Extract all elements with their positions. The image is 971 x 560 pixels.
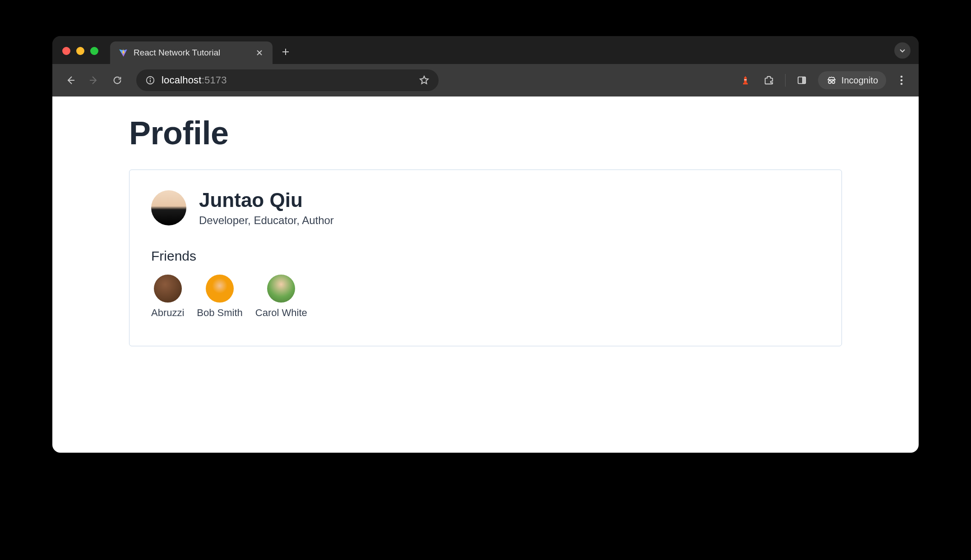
profile-avatar (151, 190, 186, 225)
profile-header: Juntao Qiu Developer, Educator, Author (151, 189, 820, 227)
vite-favicon-icon (118, 48, 128, 58)
friend-item[interactable]: Bob Smith (197, 275, 243, 319)
friend-name: Abruzzi (151, 307, 184, 319)
forward-button[interactable] (84, 70, 104, 90)
friend-item[interactable]: Carol White (255, 275, 307, 319)
incognito-indicator[interactable]: Incognito (818, 71, 886, 89)
url-host: localhost (162, 74, 202, 86)
profile-card: Juntao Qiu Developer, Educator, Author F… (129, 170, 842, 346)
site-info-icon[interactable] (145, 75, 155, 85)
window-controls (62, 47, 98, 55)
browser-toolbar: localhost:5173 Incognito (52, 64, 919, 96)
svg-point-2 (150, 78, 151, 78)
new-tab-button[interactable] (279, 45, 292, 59)
profile-bio: Developer, Educator, Author (199, 214, 334, 227)
url-port: :5173 (202, 74, 227, 86)
side-panel-button[interactable] (792, 70, 812, 90)
friends-heading: Friends (151, 248, 820, 264)
tab-title: React Network Tutorial (134, 48, 249, 58)
svg-rect-6 (803, 77, 805, 84)
url-text: localhost:5173 (162, 74, 227, 86)
bookmark-star-button[interactable] (419, 75, 430, 86)
tabs-dropdown-button[interactable] (894, 42, 911, 59)
friend-item[interactable]: Abruzzi (151, 275, 184, 319)
tab-close-button[interactable] (254, 48, 264, 58)
address-bar[interactable]: localhost:5173 (136, 69, 439, 91)
extension-lighthouse-icon[interactable] (735, 70, 755, 90)
svg-point-7 (828, 81, 831, 83)
svg-point-10 (901, 79, 903, 82)
profile-info: Juntao Qiu Developer, Educator, Author (199, 189, 334, 227)
incognito-label: Incognito (842, 75, 878, 86)
svg-point-8 (832, 81, 835, 83)
incognito-icon (826, 75, 837, 86)
page-viewport: Profile Juntao Qiu Developer, Educator, … (52, 96, 919, 453)
reload-button[interactable] (107, 70, 127, 90)
window-close-button[interactable] (62, 47, 70, 55)
back-button[interactable] (60, 70, 80, 90)
friends-list: Abruzzi Bob Smith Carol White (151, 275, 820, 319)
browser-window: React Network Tutorial localhost:5173 (52, 36, 919, 453)
svg-point-11 (901, 83, 903, 85)
friend-avatar (154, 275, 182, 303)
profile-name: Juntao Qiu (199, 189, 334, 211)
extensions-button[interactable] (759, 70, 779, 90)
browser-menu-button[interactable] (892, 71, 911, 89)
friend-name: Carol White (255, 307, 307, 319)
window-fullscreen-button[interactable] (90, 47, 98, 55)
page-title: Profile (129, 115, 842, 151)
tab-strip: React Network Tutorial (52, 36, 919, 64)
friend-avatar (206, 275, 234, 303)
svg-point-9 (901, 76, 903, 78)
browser-tab[interactable]: React Network Tutorial (110, 41, 273, 64)
svg-rect-3 (744, 78, 747, 83)
toolbar-separator (785, 74, 786, 87)
window-minimize-button[interactable] (76, 47, 84, 55)
friend-avatar (267, 275, 295, 303)
friend-name: Bob Smith (197, 307, 243, 319)
